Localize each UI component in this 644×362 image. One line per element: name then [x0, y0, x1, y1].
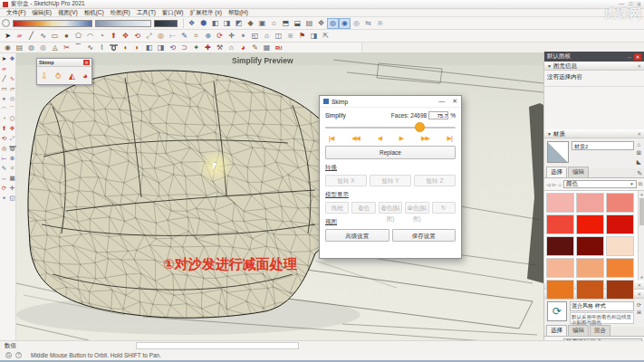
pan-icon[interactable]: ✛ [8, 183, 16, 193]
library-icon[interactable]: ⌂ [226, 43, 237, 53]
red-tool-icon[interactable]: ◕ [237, 43, 249, 53]
pushpull-tool-icon[interactable]: ⬆ [108, 31, 120, 42]
swatch[interactable] [606, 214, 634, 234]
axes-icon[interactable]: ⌗ [8, 163, 16, 173]
replace-button[interactable]: Replace [325, 146, 456, 159]
scale-icon[interactable]: ⤢ [8, 133, 16, 143]
blank-icon[interactable] [8, 63, 16, 73]
percent-input[interactable] [428, 111, 448, 119]
roof-icon[interactable]: ⬒ [280, 18, 292, 29]
zoom-tool-icon[interactable]: ⌖ [237, 31, 249, 42]
material-name-field[interactable]: 材质2 [572, 141, 634, 150]
menu-item[interactable]: 工具(T) [134, 9, 159, 17]
pie-tool-icon[interactable]: ◔ [96, 31, 108, 42]
swatch[interactable] [576, 193, 604, 213]
in-model-icon[interactable]: ⌂ [558, 182, 562, 187]
materials-header[interactable]: ▼ 材质 ✕ [544, 129, 644, 138]
geolocation-icon[interactable]: G [5, 352, 12, 358]
section-plane-icon[interactable]: ◫ [273, 31, 284, 42]
cloud-icon[interactable]: ≋ [374, 18, 386, 29]
pie-icon[interactable]: ◔ [0, 113, 8, 123]
swatch[interactable] [606, 258, 634, 278]
dialog-minimize-button[interactable]: — [438, 98, 445, 105]
stamp-icon[interactable]: ◍ [25, 43, 37, 53]
display-secondary-icon[interactable]: ⌂ [637, 141, 640, 148]
pushpull-icon[interactable]: ⬆ [0, 123, 8, 133]
help-icon[interactable]: ? [15, 352, 22, 358]
weld-icon[interactable]: ⌇ [96, 43, 108, 53]
dialog-close-button[interactable]: ✕ [452, 98, 457, 105]
house-icon[interactable]: ⌂ [268, 18, 280, 29]
zoom-window-icon[interactable]: ◱ [249, 31, 261, 42]
scale-tool-icon[interactable]: ⤢ [143, 31, 155, 42]
styles-tab[interactable]: 混合 [590, 325, 610, 336]
arc-tool-icon[interactable]: ◠ [84, 31, 96, 42]
display-mode-button[interactable]: 线框 [325, 202, 349, 214]
select-icon[interactable]: ➤ [0, 53, 8, 63]
tray-pin-icon[interactable]: ⇔ [627, 54, 632, 60]
menu-item[interactable]: 扩展程序 (x) [187, 9, 225, 17]
freehand-icon[interactable]: ∿ [8, 73, 16, 83]
poly-icon[interactable]: ⬠ [8, 113, 16, 123]
tray-close-icon[interactable]: ✕ [634, 53, 641, 61]
menu-item[interactable]: 绘图(R) [108, 9, 133, 17]
bezier-icon[interactable]: ∿ [84, 43, 96, 53]
forward-arrow-icon[interactable]: ▻ [553, 181, 557, 187]
shadow-date-slider[interactable] [95, 20, 151, 27]
protractor-icon[interactable]: ⊕ [8, 153, 16, 163]
back-edges-icon[interactable]: ◨ [308, 31, 320, 42]
dimension-tool-icon[interactable]: ✎ [178, 31, 190, 42]
magnet-icon[interactable]: ⊃ [178, 43, 190, 53]
protractor-tool-icon[interactable]: ⊕ [202, 31, 214, 42]
swatch[interactable] [546, 193, 574, 213]
ellipse-icon[interactable]: ◎ [8, 93, 16, 103]
wrench-icon[interactable]: ⚒ [214, 43, 226, 53]
settings-button[interactable]: 高级设置 [325, 229, 389, 242]
box-icon[interactable]: ▣ [256, 18, 268, 29]
curve-icon[interactable]: ⌒ [72, 43, 84, 53]
group-icon[interactable]: ⬢ [197, 18, 209, 29]
swatch[interactable] [546, 214, 574, 234]
swatch[interactable] [576, 236, 604, 256]
simplify-slider[interactable] [325, 122, 456, 133]
materials-tab[interactable]: 编辑 [568, 167, 589, 177]
solid-union-icon[interactable]: ◧ [209, 18, 221, 29]
scroll-down-icon[interactable]: ▼ [639, 274, 644, 281]
arc2-icon[interactable]: ⌒ [8, 103, 16, 113]
orbit-tool-icon[interactable]: ⟳ [214, 31, 226, 42]
arc-icon[interactable]: ◠ [0, 103, 8, 113]
view-sync-icon[interactable]: ◉ [339, 18, 351, 29]
scroll-up-icon[interactable]: ▲ [639, 191, 644, 197]
swatch[interactable] [546, 236, 574, 256]
sample-paint-icon[interactable]: ◣ [637, 158, 641, 166]
scrape-icon[interactable]: ✂ [61, 43, 72, 53]
shell-icon[interactable]: ◖ [120, 43, 131, 53]
rotate-tool-icon[interactable]: ⟲ [131, 31, 143, 42]
display-mode-button[interactable]: 着色(贴图) [379, 202, 402, 214]
skimp-import-icon[interactable]: ⇩ [41, 71, 48, 81]
solid-subtract-icon[interactable]: ◨ [221, 18, 233, 29]
circle-icon[interactable]: ● [0, 93, 8, 103]
ruby-icon[interactable]: ▦ [261, 43, 273, 53]
offset-tool-icon[interactable]: ◎ [155, 31, 167, 42]
step-forward[interactable]: ▶ [399, 135, 403, 142]
swatch[interactable] [546, 258, 574, 278]
rotate-button[interactable]: 旋转 Z [414, 175, 456, 186]
step-back[interactable]: ◀ [378, 135, 381, 142]
measurements-input[interactable] [136, 342, 299, 349]
materials-category-dropdown[interactable]: 颜色 ▼ [563, 180, 637, 188]
shadow-sun-icon[interactable] [2, 19, 10, 27]
menu-item[interactable]: 编辑(E) [29, 9, 54, 17]
materials-tab[interactable]: 选择 [546, 167, 567, 177]
paint-icon[interactable]: ◧ [143, 43, 155, 53]
skimp-reimport-icon[interactable]: ⥁ [55, 71, 61, 81]
wall-icon[interactable]: ▤ [303, 18, 315, 29]
lasso-icon[interactable]: ⟲ [167, 43, 178, 53]
rotate-icon[interactable]: ⟲ [0, 133, 8, 143]
axes-tool-icon[interactable]: ⌗ [190, 31, 202, 42]
freehand-tool-icon[interactable]: ∿ [37, 31, 49, 42]
scrollbar-thumb[interactable] [639, 198, 644, 225]
grid-icon[interactable]: ▤ [14, 43, 25, 53]
swatch[interactable] [606, 193, 634, 213]
skimp-settings-icon[interactable]: ◕ [82, 71, 87, 81]
